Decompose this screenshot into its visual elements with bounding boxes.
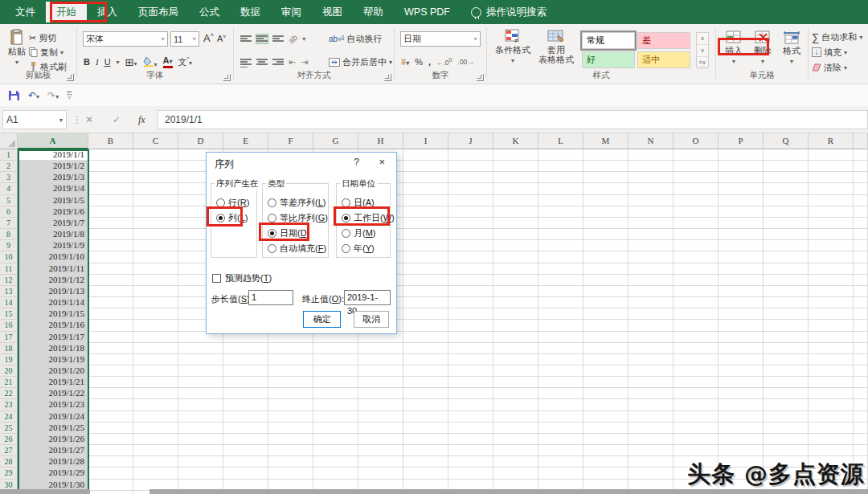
cell-A21[interactable]: 2019/1/21 <box>18 377 88 388</box>
cell-partial[interactable] <box>854 218 868 229</box>
cell-O21[interactable] <box>674 377 719 388</box>
cell-K13[interactable] <box>493 286 538 297</box>
cell-A16[interactable]: 2019/1/16 <box>18 320 88 331</box>
cell-D23[interactable] <box>178 399 223 410</box>
cell-E27[interactable] <box>223 445 268 456</box>
cell-I29[interactable] <box>403 467 448 479</box>
cell-Q1[interactable] <box>764 149 809 161</box>
cell-P2[interactable] <box>719 161 764 172</box>
column-header-J[interactable]: J <box>448 133 493 149</box>
cell-N9[interactable] <box>628 240 674 251</box>
cell-H19[interactable] <box>358 354 403 365</box>
cell-C4[interactable] <box>133 183 178 194</box>
cell-L16[interactable] <box>538 320 583 331</box>
ok-button[interactable]: 确定 <box>303 311 341 328</box>
cell-G26[interactable] <box>313 434 358 445</box>
cell-O3[interactable] <box>674 172 719 183</box>
fill-color-button[interactable]: ▾ <box>143 56 158 68</box>
cell-Q8[interactable] <box>764 229 809 240</box>
cell-D25[interactable] <box>178 423 223 434</box>
cell-Q6[interactable] <box>764 206 809 218</box>
cell-P24[interactable] <box>719 411 764 423</box>
cell-E25[interactable] <box>223 423 268 434</box>
radio-option[interactable]: 等差序列(L) <box>268 197 326 209</box>
cell-P23[interactable] <box>719 399 764 410</box>
cell-R26[interactable] <box>809 434 854 445</box>
cell-A22[interactable]: 2019/1/22 <box>18 388 88 399</box>
cell-R7[interactable] <box>809 218 854 229</box>
cell-A7[interactable]: 2019/1/7 <box>18 218 88 229</box>
cell-K16[interactable] <box>493 320 538 331</box>
cell-M3[interactable] <box>583 172 628 183</box>
cell-B17[interactable] <box>88 332 133 343</box>
row-header-11[interactable]: 11 <box>0 263 18 275</box>
cell-P17[interactable] <box>719 332 764 343</box>
cell-J22[interactable] <box>448 388 493 399</box>
cell-O12[interactable] <box>674 275 719 286</box>
cell-R19[interactable] <box>809 354 854 365</box>
cell-partial[interactable] <box>854 434 868 445</box>
row-header-10[interactable]: 10 <box>0 251 18 263</box>
cell-E23[interactable] <box>223 399 268 410</box>
cell-J10[interactable] <box>448 251 493 263</box>
cell-C2[interactable] <box>133 161 178 172</box>
cell-I24[interactable] <box>403 411 448 423</box>
decrease-decimal-icon[interactable]: .00→ <box>458 58 474 66</box>
cell-H26[interactable] <box>358 434 403 445</box>
cell-partial[interactable] <box>854 195 868 206</box>
cell-O9[interactable] <box>674 240 719 251</box>
cell-O10[interactable] <box>674 251 719 263</box>
cell-K23[interactable] <box>493 399 538 410</box>
cell-A29[interactable]: 2019/1/29 <box>18 467 88 479</box>
ribbon-tab[interactable]: 页面布局 <box>128 0 189 24</box>
cell-E20[interactable] <box>223 365 268 377</box>
cell-J17[interactable] <box>448 332 493 343</box>
cell-N23[interactable] <box>628 399 674 410</box>
cell-K15[interactable] <box>493 308 538 320</box>
fill-button[interactable]: ↓ 填充 ▾ <box>812 45 847 59</box>
cell-Q21[interactable] <box>764 377 809 388</box>
cell-N20[interactable] <box>628 365 674 377</box>
cell-O8[interactable] <box>674 229 719 240</box>
cell-G24[interactable] <box>313 411 358 423</box>
cell-O23[interactable] <box>674 399 719 410</box>
cell-I10[interactable] <box>403 251 448 263</box>
cell-O25[interactable] <box>674 423 719 434</box>
radio-option[interactable]: 年(Y) <box>342 243 375 255</box>
radio-option[interactable]: 日(A) <box>342 197 375 209</box>
cell-B16[interactable] <box>88 320 133 331</box>
cell-M15[interactable] <box>583 308 628 320</box>
cell-L15[interactable] <box>538 308 583 320</box>
column-header-C[interactable]: C <box>133 133 178 149</box>
align-center-icon[interactable] <box>256 58 268 67</box>
cell-N8[interactable] <box>628 229 674 240</box>
cell-R13[interactable] <box>809 286 854 297</box>
cell-J12[interactable] <box>448 275 493 286</box>
cell-I12[interactable] <box>403 275 448 286</box>
cell-P1[interactable] <box>719 149 764 161</box>
cell-H27[interactable] <box>358 445 403 456</box>
cell-style-normal[interactable]: 常规 <box>582 32 635 49</box>
cell-B23[interactable] <box>88 399 133 410</box>
cell-L21[interactable] <box>538 377 583 388</box>
cell-C3[interactable] <box>133 172 178 183</box>
cell-I7[interactable] <box>403 218 448 229</box>
cell-B12[interactable] <box>88 275 133 286</box>
cell-R1[interactable] <box>809 149 854 161</box>
cell-O4[interactable] <box>674 183 719 194</box>
cell-N16[interactable] <box>628 320 674 331</box>
cell-I4[interactable] <box>403 183 448 194</box>
cell-J3[interactable] <box>448 172 493 183</box>
row-header-25[interactable]: 25 <box>0 423 18 434</box>
cell-Q9[interactable] <box>764 240 809 251</box>
cell-N26[interactable] <box>628 434 674 445</box>
cell-B31[interactable] <box>88 491 133 494</box>
cell-L10[interactable] <box>538 251 583 263</box>
row-header-19[interactable]: 19 <box>0 354 18 365</box>
cell-N28[interactable] <box>628 456 674 467</box>
cell-R2[interactable] <box>809 161 854 172</box>
cell-M10[interactable] <box>583 251 628 263</box>
cell-K27[interactable] <box>493 445 538 456</box>
cell-D24[interactable] <box>178 411 223 423</box>
cell-F26[interactable] <box>268 434 313 445</box>
